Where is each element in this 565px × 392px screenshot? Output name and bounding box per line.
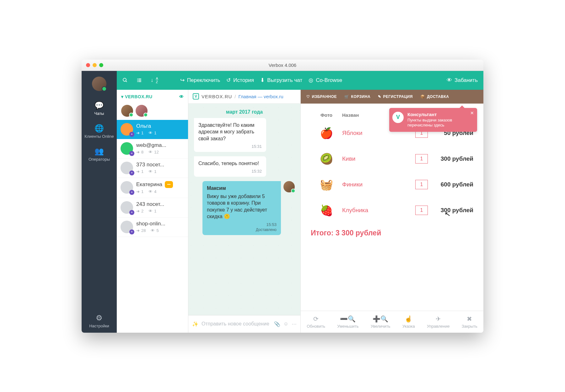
table-row: 🥝 Киви 1 300 рублей: [308, 146, 476, 172]
qty-input[interactable]: 1: [415, 180, 428, 189]
conversation-panel: V VERBOX.RU / Главная — verbox.ru март 2…: [188, 90, 301, 333]
history-button[interactable]: ↺ История: [226, 77, 254, 83]
more-icon[interactable]: ⋯: [292, 321, 297, 327]
incoming-count: ➜ 1: [136, 189, 143, 194]
table-row: 🍓 Клубника 1 300 рублей: [308, 197, 476, 223]
product-name[interactable]: Киви: [342, 155, 411, 162]
view-count: 👁 1: [148, 209, 156, 213]
message-input[interactable]: [202, 321, 271, 327]
visitor-avatar: +: [121, 221, 133, 233]
emoji-icon[interactable]: ☺: [283, 321, 288, 327]
chat-item[interactable]: + 373 посет... ➜ 1 👁 1: [117, 158, 188, 178]
operator-avatar[interactable]: [121, 105, 133, 117]
switch-button[interactable]: ↪ Переключить: [180, 77, 220, 83]
operator-avatars: [117, 104, 188, 120]
chat-item[interactable]: + shop-onlin... ➜ 28 👁 5: [117, 217, 188, 237]
message-sender: Максим: [207, 185, 277, 192]
attachment-icon[interactable]: 📎: [274, 321, 280, 327]
messages-scroll[interactable]: март 2017 года Здравствуйте! По каким ад…: [188, 104, 300, 315]
globe-icon: 🌐: [83, 124, 116, 133]
svg-rect-7: [138, 81, 141, 82]
operator-avatar[interactable]: [136, 105, 148, 117]
pointer-icon: ☝: [405, 315, 412, 323]
topbar: ↓AZ ↪ Переключить ↺ История ⬇ Выгрузить …: [117, 71, 483, 90]
message-time: 15:31: [198, 144, 262, 149]
list-button[interactable]: [137, 78, 142, 83]
nav-chats-label: Чаты: [94, 111, 104, 116]
plus-badge-icon: +: [129, 170, 134, 175]
nav-clients[interactable]: 🌐 Клиенты Online: [82, 120, 117, 143]
refresh-button[interactable]: ⟳Обновить: [307, 315, 325, 329]
qty-input[interactable]: 1: [415, 154, 428, 164]
table-row: 🧺 Финики 1 600 рублей: [308, 172, 476, 197]
pointer-button[interactable]: ☝Указка: [402, 315, 415, 329]
zoom-out-button[interactable]: ➖🔍Уменьшить: [337, 315, 358, 329]
window-title: Verbox 4.006: [82, 62, 483, 68]
message-text: Здравствуйте! По каким адресам я могу за…: [198, 122, 262, 142]
svg-rect-2: [137, 79, 138, 79]
product-image: 🧺: [311, 177, 342, 192]
visitor-avatar: +: [121, 162, 133, 174]
plus-badge-icon: +: [129, 132, 134, 137]
svg-rect-3: [138, 79, 141, 79]
incoming-count: ➜ 1: [136, 169, 143, 174]
zoom-in-button[interactable]: ➕🔍Увеличить: [371, 315, 390, 329]
user-avatar[interactable]: [92, 77, 106, 91]
shop-menu: ♡ ИЗБРАННОЕ 🛒 КОРЗИНА ✎ РЕГИСТРАЦИЯ 📦 ДО…: [301, 90, 483, 104]
nav-settings[interactable]: ⚙ Настройки: [82, 310, 117, 333]
typing-indicator-icon: •••: [165, 181, 173, 188]
sort-az-button[interactable]: ↓AZ: [151, 77, 158, 84]
qty-input[interactable]: 1: [415, 206, 428, 215]
cobrowse-panel: ♡ ИЗБРАННОЕ 🛒 КОРЗИНА ✎ РЕГИСТРАЦИЯ 📦 ДО…: [301, 90, 483, 333]
tooltip-text: Пункты выдачи заказов перечислены здесь: [407, 118, 465, 128]
chat-icon: 💬: [83, 101, 116, 110]
chat-item[interactable]: + web@gma... ➜ 8 👁 12: [117, 139, 188, 158]
shop-menu-cart[interactable]: 🛒 КОРЗИНА: [344, 94, 370, 99]
search-button[interactable]: [122, 78, 128, 83]
zoom-out-icon: ➖🔍: [340, 315, 356, 323]
shop-menu-register[interactable]: ✎ РЕГИСТРАЦИЯ: [378, 94, 413, 99]
view-count: 👁 5: [151, 228, 159, 233]
chat-name: shop-onlin...: [136, 221, 184, 227]
tooltip-title: Консультант: [407, 112, 465, 117]
gear-icon: ⚙: [83, 314, 116, 322]
chat-item-active[interactable]: + Ольга ➜ 1 👁 1: [117, 120, 188, 139]
incoming-count: ➜ 1: [136, 131, 143, 135]
visitor-avatar: +: [121, 201, 133, 214]
chat-name: Ольга: [136, 123, 184, 129]
users-icon: 👥: [83, 147, 116, 156]
svg-rect-4: [137, 80, 138, 81]
plus-badge-icon: +: [129, 151, 134, 156]
ban-button[interactable]: 👁 Забанить: [447, 77, 478, 83]
sender-avatar: [283, 181, 295, 192]
svg-point-0: [123, 78, 126, 81]
nav-operators[interactable]: 👥 Операторы: [82, 143, 117, 166]
tooltip-close-icon[interactable]: ✕: [470, 110, 474, 115]
breadcrumb-page[interactable]: Главная — verbox.ru: [239, 94, 283, 99]
incoming-count: ➜ 8: [136, 150, 143, 154]
eye-icon[interactable]: 👁: [179, 94, 184, 99]
shop-menu-delivery[interactable]: 📦 ДОСТАВКА: [420, 94, 449, 99]
nav-settings-label: Настройки: [89, 324, 109, 328]
product-name[interactable]: Финики: [342, 181, 411, 188]
product-name[interactable]: Клубника: [342, 207, 411, 214]
close-cobrowse-button[interactable]: ✖Закрыть: [462, 315, 477, 329]
cobrowse-toolbar: ⟳Обновить ➖🔍Уменьшить ➕🔍Увеличить ☝Указк…: [301, 311, 483, 333]
consultant-tooltip: V ✕ Консультант Пункты выдачи заказов пе…: [389, 108, 477, 132]
shop-menu-favorites[interactable]: ♡ ИЗБРАННОЕ: [306, 94, 337, 99]
chatlist-site-header[interactable]: ▾ VERBOX.RU 👁: [117, 90, 188, 104]
chat-item[interactable]: + 243 посет... ➜ 2 👁 1: [117, 198, 188, 217]
magic-wand-icon[interactable]: ✨: [192, 321, 198, 327]
chat-name: 243 посет...: [136, 201, 184, 207]
nav-chats[interactable]: 💬 Чаты: [82, 97, 117, 120]
product-price: 300 рублей: [433, 207, 473, 214]
verbox-logo-icon: V: [392, 112, 404, 123]
app-window: Verbox 4.006 💬 Чаты 🌐 Клиенты Online 👥 О…: [82, 60, 483, 333]
cobrowse-button[interactable]: ◎ Co-Browse: [309, 77, 342, 83]
chat-item[interactable]: + Екатерина••• ➜ 1 👁 4: [117, 178, 188, 198]
titlebar: Verbox 4.006: [82, 60, 483, 71]
compose-bar: ✨ 📎 ☺ ⋯: [188, 315, 300, 333]
control-button[interactable]: ✈Управление: [427, 315, 449, 329]
svg-rect-6: [137, 81, 138, 82]
export-chat-button[interactable]: ⬇ Выгрузить чат: [260, 77, 302, 83]
